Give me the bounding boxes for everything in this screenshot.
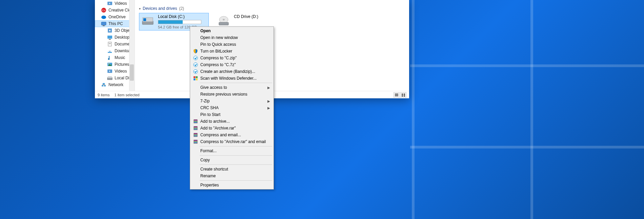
chevron-down-icon: ▾ (139, 7, 141, 11)
menu-separator (200, 164, 272, 165)
menu-item-label: Turn on BitLocker (200, 49, 232, 54)
bandizip-icon (193, 69, 198, 74)
nav-item-disk-11[interactable]: Local Disk (C:) (95, 75, 135, 81)
svg-rect-13 (109, 44, 111, 44)
menu-item-24[interactable]: Rename (191, 173, 273, 179)
nav-item-label: Music (115, 55, 125, 60)
downloads-icon (107, 48, 113, 54)
group-count: (2) (179, 6, 184, 11)
menu-item-label: Pin to Quick access (200, 42, 236, 47)
nav-item-cc-1[interactable]: CcCreative Cloud Fil (95, 7, 135, 14)
nav-item-network-12[interactable]: Network (95, 81, 135, 88)
group-header-devices[interactable]: ▾ Devices and drives (2) (135, 4, 409, 12)
menu-item-14[interactable]: Add to archive... (191, 118, 273, 125)
view-details-button[interactable] (394, 92, 400, 98)
menu-item-12[interactable]: CRC SHA▶ (191, 104, 273, 111)
nav-item-music-8[interactable]: Music (95, 54, 135, 61)
svg-point-18 (108, 63, 109, 64)
bandizip-icon (193, 55, 198, 61)
nav-item-label: Pictures (115, 62, 129, 67)
view-large-icons-button[interactable] (400, 92, 406, 98)
onedrive-icon (101, 14, 106, 20)
svg-point-4 (101, 16, 106, 19)
menu-item-5[interactable]: Compress to "C.7z" (191, 61, 273, 68)
svg-rect-37 (404, 94, 405, 95)
cd-drive-icon (217, 14, 230, 28)
menu-item-9[interactable]: Give access to▶ (191, 84, 273, 91)
music-icon (107, 55, 113, 60)
scrollbar-thumb[interactable] (130, 64, 134, 81)
menu-item-15[interactable]: Add to "Archive.rar" (191, 125, 273, 132)
menu-item-label: Scan with Windows Defender... (200, 76, 257, 81)
hard-drive-icon (141, 14, 155, 28)
menu-item-4[interactable]: Compress to "C.zip" (191, 55, 273, 61)
svg-rect-33 (395, 94, 398, 94)
svg-rect-58 (194, 136, 197, 136)
nav-scrollbar[interactable] (129, 0, 135, 91)
svg-rect-48 (194, 120, 197, 121)
nav-item-pc-3[interactable]: This PC (95, 20, 135, 27)
menu-item-13[interactable]: Pin to Start (191, 111, 273, 118)
desktop-icon (107, 35, 113, 40)
svg-rect-56 (194, 133, 197, 134)
svg-rect-24 (102, 85, 103, 86)
svg-rect-14 (108, 52, 112, 53)
svg-rect-53 (194, 128, 197, 128)
videos-icon (107, 1, 113, 6)
menu-item-26[interactable]: Properties (191, 182, 273, 188)
submenu-arrow-icon: ▶ (267, 106, 270, 110)
svg-rect-36 (402, 94, 403, 95)
menu-item-10[interactable]: Restore previous versions (191, 91, 273, 98)
svg-rect-49 (194, 121, 197, 122)
menu-item-2[interactable]: Pin to Quick access (191, 41, 273, 48)
svg-rect-39 (404, 95, 405, 97)
menu-item-label: Compress to "Archive.rar" and email (200, 139, 266, 144)
svg-rect-43 (194, 76, 196, 78)
svg-rect-54 (194, 129, 197, 130)
menu-item-21[interactable]: Copy (191, 157, 273, 163)
svg-rect-62 (194, 142, 197, 143)
menu-item-7[interactable]: Scan with Windows Defender... (191, 75, 273, 82)
drive-name: CD Drive (D:) (234, 14, 258, 19)
menu-item-17[interactable]: Compress to "Archive.rar" and email (191, 138, 273, 145)
network-icon (101, 82, 106, 87)
nav-item-videos-0[interactable]: Videos (95, 0, 135, 7)
capacity-fill (158, 20, 183, 24)
nav-item-downloads-7[interactable]: Downloads (95, 47, 135, 54)
svg-rect-10 (109, 39, 111, 40)
context-menu: OpenOpen in new windowPin to Quick acces… (190, 26, 274, 190)
nav-item-3d-4[interactable]: 3D Objects (95, 27, 135, 34)
status-item-count: 9 items (98, 93, 109, 97)
menu-item-label: Add to archive... (200, 119, 230, 124)
nav-item-videos-10[interactable]: Videos (95, 68, 135, 75)
nav-item-desktop-5[interactable]: Desktop (95, 34, 135, 41)
menu-item-19[interactable]: Format... (191, 147, 273, 154)
videos-icon (107, 68, 113, 74)
svg-rect-12 (109, 43, 111, 43)
navigation-pane[interactable]: VideosCcCreative Cloud FilOneDriveThis P… (95, 0, 135, 91)
capacity-bar (158, 20, 201, 24)
drive-name: Local Disk (C:) (158, 14, 201, 19)
rar-icon (193, 139, 198, 144)
svg-rect-44 (196, 76, 198, 78)
menu-item-6[interactable]: Create an archive (Bandizip)... (191, 68, 273, 75)
defender-icon (193, 76, 198, 81)
menu-item-label: Format... (200, 148, 217, 153)
menu-item-label: Restore previous versions (200, 92, 247, 97)
menu-item-label: Open (200, 28, 211, 33)
nav-item-onedrive-2[interactable]: OneDrive (95, 14, 135, 20)
menu-item-3[interactable]: Turn on BitLocker (191, 48, 273, 55)
nav-item-documents-6[interactable]: Documents (95, 41, 135, 47)
nav-item-pictures-9[interactable]: Pictures (95, 61, 135, 68)
menu-item-23[interactable]: Create shortcut (191, 166, 273, 173)
nav-item-label: This PC (108, 21, 123, 26)
menu-item-label: Open in new window (200, 35, 238, 40)
submenu-arrow-icon: ▶ (267, 86, 270, 89)
svg-rect-26 (103, 83, 105, 84)
menu-item-1[interactable]: Open in new window (191, 34, 273, 41)
menu-item-11[interactable]: 7-Zip▶ (191, 98, 273, 104)
menu-item-label: Compress to "C.zip" (200, 56, 237, 60)
menu-item-16[interactable]: Compress and email... (191, 132, 273, 138)
nav-item-label: Network (108, 82, 123, 87)
menu-item-0[interactable]: Open (191, 27, 273, 34)
